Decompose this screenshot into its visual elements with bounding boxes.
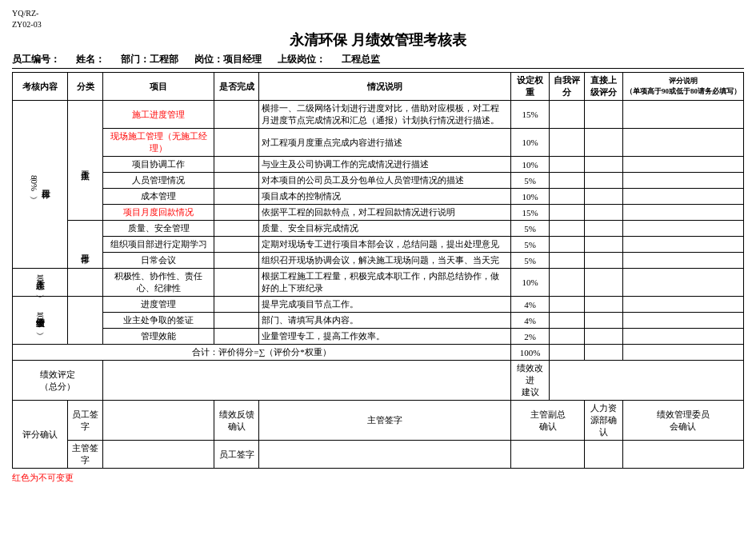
col-header-score-note: 评分说明（单项高于90或低于80请务必填写） [622,73,743,101]
project-cell: 质量、安全管理 [103,221,214,237]
score-note-cell [622,329,743,345]
project-cell: 现场施工管理（无施工经理） [103,129,214,157]
score-note-cell [622,129,743,157]
superior-score-cell [585,297,623,313]
section-label-work: 工作目标（80%） [13,101,68,269]
superior-score-cell [585,221,623,237]
weight-cell: 4% [511,313,550,329]
superior-value: 工程总监 [342,53,380,66]
confirm-row-2: 主管签字 员工签字 [13,441,744,469]
superior-score-cell [585,313,623,329]
self-score-cell [549,313,584,329]
perf-improvement-value [549,361,743,401]
total-self [549,345,584,361]
perf-rating-value [103,361,511,401]
complete-cell [214,205,259,221]
desc-cell: 对本项目的公司员工及分包单位人员管理情况的描述 [259,173,511,189]
complete-cell [214,173,259,189]
complete-cell [214,237,259,253]
superior-label: 上级岗位： [278,53,326,66]
perf-improvement-label: 绩效改进建议 [511,361,550,401]
superior-score-cell [585,189,623,205]
subsection-label-key: 重点工作 [68,101,103,221]
total-label: 合计：评价得分=∑（评价分*权重） [13,345,511,361]
score-note-cell [622,189,743,205]
table-row: 日常工作 质量、安全管理 质量、安全目标完成情况 5% [13,221,744,237]
complete-cell [214,253,259,269]
table-row: 业主处争取的签证 部门、请填写具体内容。 4% [13,313,744,329]
section-label-growth: 业绩增长评价（10%） [13,297,68,345]
footer-note: 红色为不可变更 [12,472,744,484]
hr-confirm-label: 人力资源部确认 [585,401,623,441]
desc-cell: 项目成本的控制情况 [259,189,511,205]
superior-score-cell [585,173,623,189]
self-score-cell [549,297,584,313]
self-score-cell [549,173,584,189]
desc-cell: 定期对现场专工进行项目本部会议，总结问题，提出处理意见 [259,237,511,253]
score-note-cell [622,297,743,313]
desc-cell: 组织召开现场协调会议，解决施工现场问题，当天事、当天完 [259,253,511,269]
weight-cell: 5% [511,221,550,237]
weight-cell: 5% [511,173,550,189]
project-cell: 日常会议 [103,253,214,269]
weight-cell: 5% [511,237,550,253]
complete-cell [214,329,259,345]
col-header-superior-score: 直接上级评分 [585,73,623,101]
subsection-empty2 [68,297,103,345]
self-score-cell [549,129,584,157]
employee-sign-bottom-label: 员工签字 [214,441,259,469]
total-row: 合计：评价得分=∑（评价分*权重） 100% [13,345,744,361]
total-superior [585,345,623,361]
employee-id-label: 员工编号： [12,53,60,66]
table-row: 工作态度（10%） 积极性、协作性、责任心、纪律性 根据工程施工工程量，积极完成… [13,269,744,297]
doc-id: YQ/RZ- ZY02-03 [12,8,744,30]
project-cell: 管理效能 [103,329,214,345]
dept-label: 部门：工程部 [121,53,178,66]
hr-value [585,441,623,469]
manager-sign-label: 主管签字 [68,441,103,469]
self-score-cell [549,253,584,269]
table-row: 组织项目部进行定期学习 定期对现场专工进行项目本部会议，总结问题，提出处理意见 … [13,237,744,253]
score-note-cell [622,205,743,221]
subsection-empty [68,269,103,297]
table-row: 工作目标（80%） 重点工作 施工进度管理 横排一、二级网络计划进行进度对比，借… [13,101,744,129]
total-note [622,345,743,361]
complete-cell [214,269,259,297]
score-note-cell [622,157,743,173]
superior-score-cell [585,205,623,221]
perf-rating-label: 绩效评定（总分） [13,361,103,401]
committee-value [622,441,743,469]
weight-cell: 10% [511,157,550,173]
desc-cell: 横排一、二级网络计划进行进度对比，借助对应模板，对工程月进度节点完成情况和汇总（… [259,101,511,129]
col-header-content: 考核内容 [13,73,68,101]
project-cell: 施工进度管理 [103,101,214,129]
employee-sign-label: 员工签字 [68,401,103,441]
complete-cell [214,221,259,237]
complete-cell [214,313,259,329]
desc-cell: 根据工程施工工程量，积极完成本职工作，内部总结协作，做好的上下班纪录 [259,269,511,297]
self-score-cell [549,269,584,297]
complete-cell [214,297,259,313]
table-row: 项目协调工作 与业主及公司协调工作的完成情况进行描述 10% [13,157,744,173]
weight-cell: 15% [511,101,550,129]
page-title: 永清环保 月绩效管理考核表 [12,30,744,50]
self-score-cell [549,101,584,129]
complete-cell [214,101,259,129]
confirm-row-1: 评分确认 员工签字 绩效反馈确认 主管签字 主管副总确认 人力资源部确认 绩效管… [13,401,744,441]
weight-cell: 2% [511,329,550,345]
feedback-label: 绩效反馈确认 [214,401,259,441]
table-row: 日常会议 组织召开现场协调会议，解决施工现场问题，当天事、当天完 5% [13,253,744,269]
project-cell: 进度管理 [103,297,214,313]
col-header-weight: 设定权重 [511,73,550,101]
position-label: 岗位：项目经理 [194,53,262,66]
score-note-cell [622,237,743,253]
table-row: 现场施工管理（无施工经理） 对工程项月度重点完成内容进行描述 10% [13,129,744,157]
col-header-complete: 是否完成 [214,73,259,101]
name-label: 姓名： [76,53,105,66]
employee-sign-value [103,401,214,441]
total-weight: 100% [511,345,550,361]
score-note-cell [622,253,743,269]
project-cell: 项目月度回款情况 [103,205,214,221]
table-row: 项目月度回款情况 依据平工程的回款特点，对工程回款情况进行说明 15% [13,205,744,221]
project-cell: 组织项目部进行定期学习 [103,237,214,253]
